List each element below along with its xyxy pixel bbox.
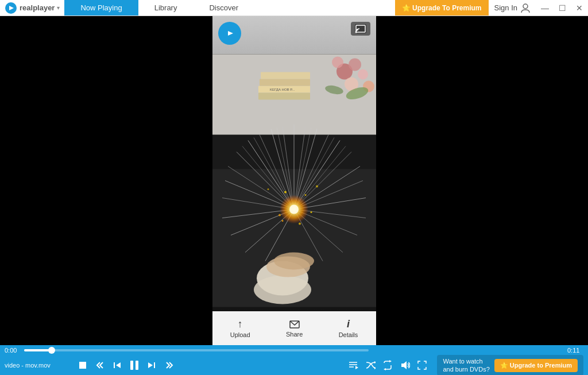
tab-library[interactable]: Library xyxy=(138,0,194,16)
time-current: 0:00 xyxy=(5,347,21,354)
svg-point-25 xyxy=(332,57,343,68)
svg-point-76 xyxy=(274,253,314,270)
svg-rect-84 xyxy=(79,362,86,369)
controls-row: video - mov.mov xyxy=(0,355,588,375)
svg-marker-90 xyxy=(148,362,153,368)
next-button[interactable] xyxy=(144,357,160,373)
svg-point-68 xyxy=(310,211,312,213)
svg-marker-99 xyxy=(401,361,407,369)
previous-icon xyxy=(113,361,122,370)
play-pause-button[interactable] xyxy=(126,357,142,373)
video-frame[interactable]: KEГДА НОВ Р... xyxy=(212,16,376,345)
shuffle-button[interactable] xyxy=(362,357,378,373)
upload-label: Upload xyxy=(230,331,250,338)
svg-point-24 xyxy=(349,59,361,71)
stop-icon xyxy=(79,361,87,369)
cast-icon xyxy=(355,24,366,33)
svg-rect-87 xyxy=(130,361,133,370)
svg-rect-21 xyxy=(258,93,310,100)
volume-icon xyxy=(400,360,410,370)
repeat-button[interactable] xyxy=(380,357,396,373)
close-button[interactable]: ✕ xyxy=(571,0,588,16)
svg-marker-95 xyxy=(374,361,376,364)
premium-bar: Want to watch and burn DVDs? ⭐ Upgrade t… xyxy=(437,355,583,375)
fullscreen-icon xyxy=(417,360,427,370)
svg-rect-85 xyxy=(114,362,115,368)
logo-area[interactable]: realplayer ▾ xyxy=(0,0,64,16)
svg-point-66 xyxy=(304,194,306,196)
playlist-button[interactable] xyxy=(345,357,361,373)
volume-button[interactable] xyxy=(397,357,413,373)
realplayer-watermark[interactable] xyxy=(218,22,241,45)
details-action[interactable]: i Details xyxy=(332,316,365,341)
restore-button[interactable]: ☐ xyxy=(554,0,571,16)
svg-text:KEГДА НОВ Р...: KEГДА НОВ Р... xyxy=(270,88,295,91)
svg-point-2 xyxy=(523,4,528,9)
video-action-bar: ↑ Upload Share i Details xyxy=(212,311,376,345)
svg-point-81 xyxy=(355,32,357,33)
premium-bar-text: Want to watch and burn DVDs? xyxy=(443,357,489,374)
sparkler-svg: KEГДА НОВ Р... xyxy=(212,16,376,345)
stop-button[interactable] xyxy=(75,357,91,373)
signin-label: Sign In xyxy=(494,3,517,12)
tab-now-playing[interactable]: Now Playing xyxy=(64,0,138,16)
progress-row: 0:00 0:11 xyxy=(0,345,588,355)
upload-action[interactable]: ↑ Upload xyxy=(223,316,257,341)
signin-area[interactable]: Sign In xyxy=(489,0,536,16)
upgrade-premium-bar-button[interactable]: ⭐ Upgrade to Premium xyxy=(494,359,578,372)
share-label: Share xyxy=(286,331,303,338)
time-total: 0:11 xyxy=(567,347,583,354)
share-action[interactable]: Share xyxy=(279,317,310,340)
svg-point-74 xyxy=(254,276,311,304)
svg-point-67 xyxy=(278,214,281,217)
upgrade-premium-button[interactable]: ⭐ Upgrade To Premium xyxy=(395,0,489,16)
svg-point-71 xyxy=(316,185,318,188)
svg-point-65 xyxy=(284,191,287,194)
repeat-icon xyxy=(382,360,393,370)
details-label: Details xyxy=(339,331,358,338)
minimize-button[interactable]: — xyxy=(536,0,554,16)
forward-button[interactable] xyxy=(161,357,177,373)
logo-chevron-icon[interactable]: ▾ xyxy=(57,5,60,11)
pause-icon xyxy=(128,359,141,372)
svg-marker-98 xyxy=(384,368,386,370)
shuffle-icon xyxy=(365,360,376,370)
top-navigation: realplayer ▾ Now Playing Library Discove… xyxy=(0,0,588,16)
right-controls: Want to watch and burn DVDs? ⭐ Upgrade t… xyxy=(345,355,583,375)
tab-discover[interactable]: Discover xyxy=(193,0,254,16)
svg-marker-94 xyxy=(355,366,358,369)
realplayer-watermark-icon xyxy=(223,26,237,40)
svg-rect-89 xyxy=(154,362,155,368)
svg-marker-96 xyxy=(374,367,376,369)
window-controls: — ☐ ✕ xyxy=(536,0,588,16)
share-icon xyxy=(289,319,300,330)
nav-spacer xyxy=(254,0,395,16)
next-icon xyxy=(147,361,156,370)
svg-point-26 xyxy=(358,69,368,80)
svg-line-83 xyxy=(295,322,297,325)
svg-point-72 xyxy=(267,188,269,190)
svg-marker-86 xyxy=(116,362,121,368)
progress-thumb[interactable] xyxy=(48,347,55,354)
main-area: KEГДА НОВ Р... xyxy=(0,16,588,345)
upload-icon: ↑ xyxy=(238,318,243,330)
rewind-button[interactable] xyxy=(92,357,108,373)
logo-text: realplayer xyxy=(20,3,55,12)
video-content: KEГДА НОВ Р... xyxy=(212,16,376,345)
svg-point-69 xyxy=(299,223,301,225)
playback-controls-bar: 0:00 0:11 video - mov.mov xyxy=(0,345,588,375)
svg-rect-88 xyxy=(136,361,138,370)
realplayer-logo-icon xyxy=(5,2,17,14)
video-container: KEГДА НОВ Р... xyxy=(212,16,376,345)
fullscreen-button[interactable] xyxy=(414,357,430,373)
rewind-icon xyxy=(95,360,105,370)
svg-point-64 xyxy=(289,205,299,214)
playlist-icon xyxy=(348,360,358,370)
svg-rect-19 xyxy=(260,79,310,86)
user-icon xyxy=(520,3,531,13)
svg-marker-97 xyxy=(389,360,392,362)
previous-button[interactable] xyxy=(109,357,125,373)
progress-bar[interactable] xyxy=(24,349,369,351)
cast-button[interactable] xyxy=(351,22,370,36)
details-icon: i xyxy=(347,318,350,330)
